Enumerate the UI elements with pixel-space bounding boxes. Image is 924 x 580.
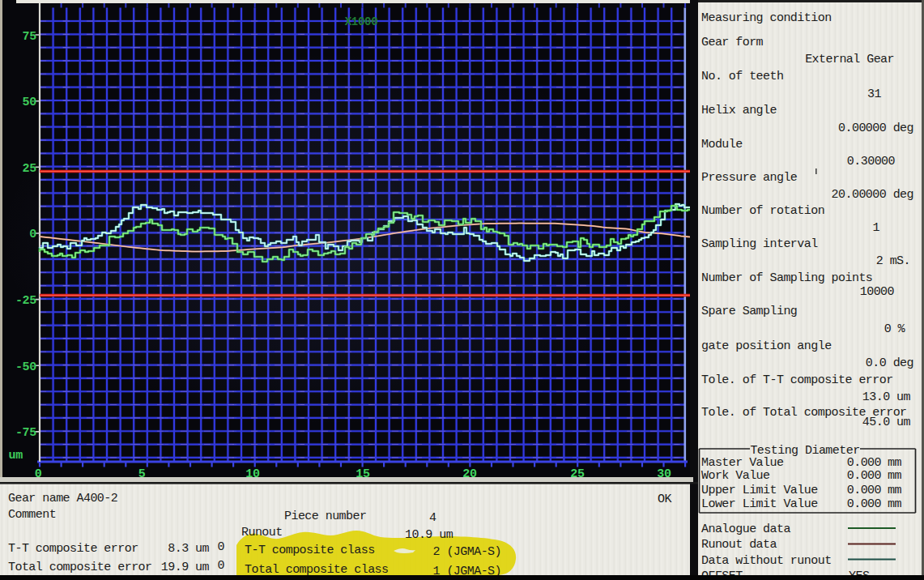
svg-text:Master Value: Master Value xyxy=(701,456,784,470)
svg-text:-50: -50 xyxy=(15,360,36,374)
svg-text:Gear form: Gear form xyxy=(701,36,764,49)
svg-text:0.00000 deg: 0.00000 deg xyxy=(838,122,913,135)
svg-text:Module: Module xyxy=(701,138,743,151)
svg-text:mm: mm xyxy=(888,497,901,511)
svg-text:mm: mm xyxy=(888,469,901,483)
svg-text:0.30000: 0.30000 xyxy=(847,155,896,168)
svg-text:Sampling interval: Sampling interval xyxy=(701,237,818,251)
svg-text:T-T composite class: T-T composite class xyxy=(245,544,375,557)
svg-text:OK: OK xyxy=(658,493,671,506)
svg-text:13.0 um: 13.0 um xyxy=(862,390,911,404)
svg-text:0: 0 xyxy=(29,228,36,241)
svg-text:Spare Sampling: Spare Sampling xyxy=(701,305,797,318)
svg-text:-25: -25 xyxy=(15,294,36,308)
svg-text:Number of Sampling points: Number of Sampling points xyxy=(701,271,872,285)
svg-text:10000: 10000 xyxy=(860,285,895,299)
svg-text:1: 1 xyxy=(873,221,880,235)
svg-text:Number of rotation: Number of rotation xyxy=(701,204,824,218)
svg-text:Comment: Comment xyxy=(8,508,56,522)
svg-text:-75: -75 xyxy=(15,426,36,440)
svg-text:Measuring condition: Measuring condition xyxy=(701,11,832,25)
svg-text:0.000: 0.000 xyxy=(847,456,882,470)
svg-text:50: 50 xyxy=(23,96,37,109)
svg-text:Lower Limit Value: Lower Limit Value xyxy=(701,497,818,511)
svg-text:No. of teeth: No. of teeth xyxy=(701,70,783,83)
svg-text:0.000: 0.000 xyxy=(847,469,882,483)
svg-text:45.0 um: 45.0 um xyxy=(862,416,911,429)
svg-text:um: um xyxy=(9,449,23,463)
svg-text:T-T composite error: T-T composite error xyxy=(8,542,138,556)
svg-text:2 (JGMA-S): 2 (JGMA-S) xyxy=(433,545,502,559)
svg-text:8.3 um: 8.3 um xyxy=(168,542,209,556)
svg-text:Data without runout: Data without runout xyxy=(701,554,832,568)
svg-text:31: 31 xyxy=(867,87,881,101)
svg-text:X1000: X1000 xyxy=(345,15,378,28)
svg-text:20.00000 deg: 20.00000 deg xyxy=(832,188,913,202)
svg-text:gate position angle: gate position angle xyxy=(701,339,832,353)
svg-text:0.000: 0.000 xyxy=(847,484,882,497)
svg-text:Pressure angle: Pressure angle xyxy=(701,171,798,185)
svg-text:Upper Limit Value: Upper Limit Value xyxy=(701,484,818,497)
svg-text:19.9 um: 19.9 um xyxy=(161,561,210,574)
svg-text:External Gear: External Gear xyxy=(805,53,894,66)
svg-text:0.000: 0.000 xyxy=(847,497,882,511)
svg-text:Work Value: Work Value xyxy=(701,469,770,483)
svg-text:Runout data: Runout data xyxy=(701,538,777,552)
svg-text:Total composite class: Total composite class xyxy=(245,563,388,577)
svg-text:25: 25 xyxy=(23,162,37,176)
svg-text:Total composite error: Total composite error xyxy=(8,561,151,574)
svg-text:0: 0 xyxy=(218,540,225,554)
svg-text:Helix angle: Helix angle xyxy=(701,104,777,117)
svg-text:0.0 deg: 0.0 deg xyxy=(866,356,913,370)
svg-text:Analogue data: Analogue data xyxy=(701,522,790,536)
svg-text:Gear name A400-2: Gear name A400-2 xyxy=(8,492,117,505)
svg-text:0 %: 0 % xyxy=(884,322,906,336)
svg-text:mm: mm xyxy=(888,484,901,497)
svg-text:2 mS.: 2 mS. xyxy=(876,254,910,268)
svg-text:mm: mm xyxy=(888,456,901,470)
svg-text:4: 4 xyxy=(429,511,436,525)
svg-text:Runout: Runout xyxy=(241,526,283,539)
svg-text:Tole. of T-T composite error: Tole. of T-T composite error xyxy=(701,373,893,387)
svg-text:75: 75 xyxy=(23,30,37,44)
svg-text:10.9 um: 10.9 um xyxy=(405,528,453,542)
svg-text:0: 0 xyxy=(218,559,225,573)
svg-text:Piece number: Piece number xyxy=(284,510,366,523)
